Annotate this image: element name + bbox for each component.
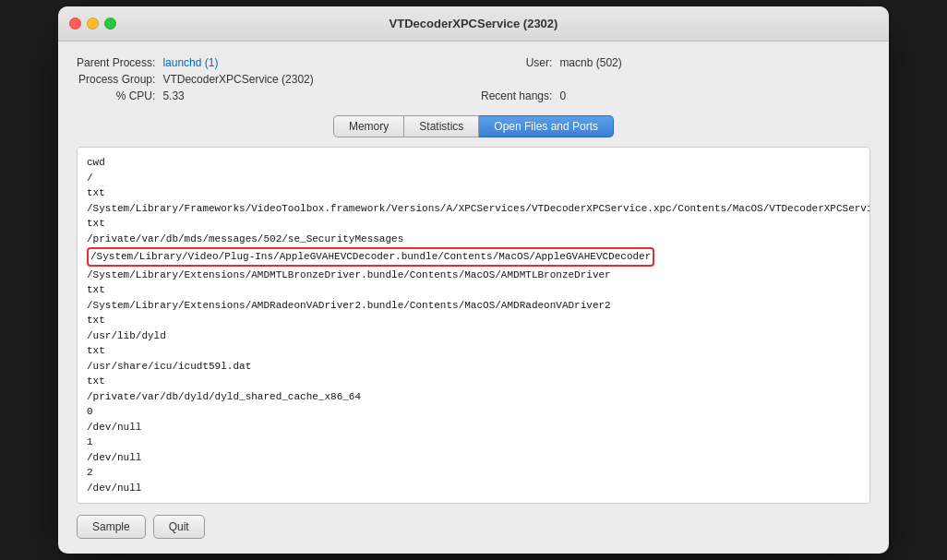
parent-label: Parent Process: <box>77 56 155 69</box>
parent-value: launchd (1) <box>162 56 474 69</box>
traffic-lights <box>69 18 116 30</box>
group-label: Process Group: <box>77 73 155 86</box>
list-item: /System/Library/Extensions/AMDMTLBronzeD… <box>87 268 860 283</box>
list-item: txt <box>87 374 860 389</box>
list-item: /dev/null <box>87 420 860 435</box>
tabs-bar: Memory Statistics Open Files and Ports <box>77 115 870 137</box>
close-button[interactable] <box>69 18 81 30</box>
list-item: /System/Library/Extensions/AMDRadeonVADr… <box>87 298 860 314</box>
cpu-label: % CPU: <box>77 89 155 102</box>
maximize-button[interactable] <box>104 18 116 30</box>
window-title: VTDecoderXPCService (2302) <box>390 17 558 30</box>
user-label: User: <box>481 56 552 69</box>
info-grid: Parent Process: launchd (1) User: macnb … <box>77 56 870 102</box>
user-value: macnb (502) <box>559 56 870 69</box>
list-item: txt <box>87 313 860 328</box>
cpu-value: 5.33 <box>162 89 474 102</box>
hangs-value: 0 <box>559 89 870 102</box>
footer-buttons: Sample Quit <box>77 515 870 539</box>
parent-link[interactable]: launchd (1) <box>162 56 218 69</box>
main-window: VTDecoderXPCService (2302) Parent Proces… <box>58 6 889 554</box>
list-item: /usr/share/icu/icudt59l.dat <box>87 359 860 375</box>
tab-memory[interactable]: Memory <box>333 115 404 137</box>
content-area: Parent Process: launchd (1) User: macnb … <box>58 42 889 554</box>
hangs-label: Recent hangs: <box>481 89 552 102</box>
list-item: cwd <box>87 155 860 171</box>
list-item: txt <box>87 185 860 201</box>
list-item: /System/Library/Frameworks/VideoToolbox.… <box>87 201 860 217</box>
list-item: /usr/lib/dyld <box>87 328 860 344</box>
empty-label <box>481 73 552 86</box>
quit-button[interactable]: Quit <box>153 515 205 539</box>
sample-button[interactable]: Sample <box>77 515 146 539</box>
file-list[interactable]: cwd/txt/System/Library/Frameworks/VideoT… <box>77 147 870 504</box>
group-value: VTDecoderXPCService (2302) <box>162 73 474 86</box>
empty-value <box>559 73 870 86</box>
list-item: /dev/null <box>87 481 860 496</box>
list-item: /private/var/db/mds/messages/502/se_Secu… <box>87 232 860 247</box>
list-item: /private/var/db/dyld/dyld_shared_cache_x… <box>87 389 860 405</box>
tab-open-files[interactable]: Open Files and Ports <box>479 115 614 137</box>
list-item: /dev/null <box>87 450 860 466</box>
list-item: /System/Library/Video/Plug-Ins/AppleGVAH… <box>87 246 860 268</box>
list-item: 0 <box>87 404 860 420</box>
list-item: 2 <box>87 465 860 481</box>
list-item: txt <box>87 282 860 298</box>
minimize-button[interactable] <box>87 18 99 30</box>
list-item: / <box>87 171 860 186</box>
titlebar: VTDecoderXPCService (2302) <box>58 6 889 42</box>
tab-statistics[interactable]: Statistics <box>404 115 479 137</box>
list-item: txt <box>87 216 860 232</box>
list-item: txt <box>87 343 860 359</box>
list-item: 1 <box>87 435 860 450</box>
